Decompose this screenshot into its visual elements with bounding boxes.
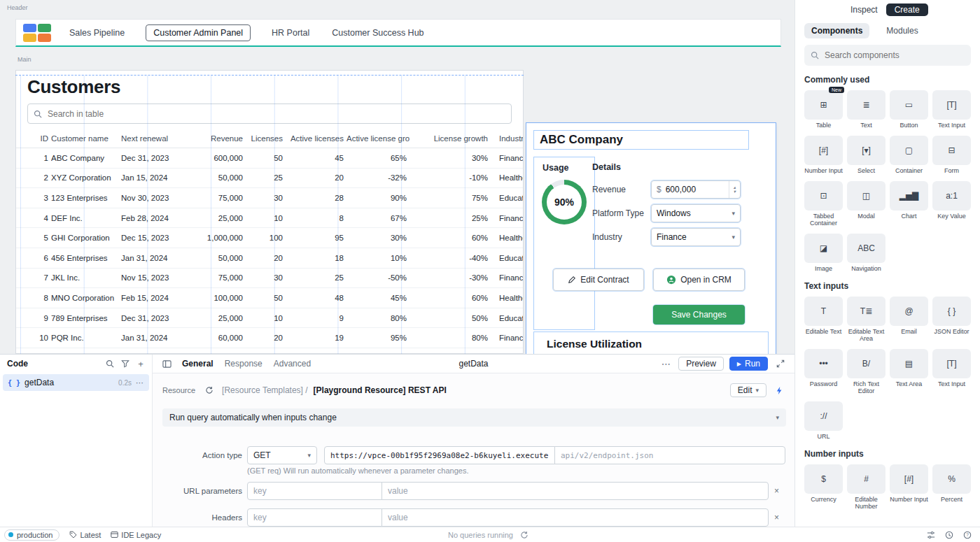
debug-tools-icon[interactable]	[927, 531, 935, 539]
column-header[interactable]: Licenses	[246, 134, 286, 143]
remove-header-icon[interactable]: ×	[774, 513, 779, 522]
column-header[interactable]: ID	[27, 134, 51, 143]
edit-contract-button[interactable]: Edit Contract	[553, 269, 644, 291]
table-search-input[interactable]	[46, 108, 505, 120]
component-card-number-input[interactable]: [#]Number Input	[804, 136, 843, 174]
refresh-queries-icon[interactable]	[520, 531, 528, 539]
table-row[interactable]: 1ABC CompanyDec 31, 2023600,000504565%30…	[16, 148, 523, 169]
column-header[interactable]: Next renewal	[121, 134, 191, 143]
table-row[interactable]: 2XYZ CorporationJan 15, 202450,0002520-3…	[16, 169, 523, 189]
column-header[interactable]: Industry	[491, 134, 523, 143]
table-row[interactable]: 4DEF Inc.Feb 28, 202425,00010867%25%Fina…	[16, 208, 523, 229]
ide-mode-toggle[interactable]: IDE Legacy	[111, 531, 161, 539]
revenue-input[interactable]: $ 600,000 ▴▾	[651, 180, 741, 199]
inspect-tab[interactable]: Inspect	[850, 5, 878, 15]
url-param-key-input[interactable]	[247, 482, 382, 500]
remove-param-icon[interactable]: ×	[774, 486, 779, 496]
table-row[interactable]: 6456 EnterprisesJan 31, 202450,000201810…	[16, 248, 523, 269]
component-card-text-input[interactable]: [T]Text Input	[932, 90, 971, 129]
run-mode-select[interactable]: Run query automatically when inputs chan…	[162, 408, 786, 427]
tab-response[interactable]: Response	[225, 359, 262, 369]
table-row[interactable]: 7JKL Inc.Nov 15, 202375,0003025-50%-30%F…	[16, 269, 523, 289]
collapse-panel-icon[interactable]	[160, 357, 174, 371]
column-header[interactable]: License growth	[410, 134, 491, 143]
save-changes-button[interactable]: Save Changes	[653, 305, 745, 325]
industry-select[interactable]: Finance ▾	[651, 228, 741, 246]
query-list-item-getdata[interactable]: { } getData 0.2s ⋯	[3, 374, 149, 391]
component-card-url[interactable]: ://URL	[804, 401, 843, 440]
column-header[interactable]: Customer name	[51, 134, 121, 143]
tab-modules[interactable]: Modules	[879, 23, 925, 38]
component-card-password[interactable]: •••Password	[804, 349, 843, 394]
component-card-editable-text[interactable]: TEditable Text	[804, 297, 843, 342]
more-options-icon[interactable]: ⋯	[659, 357, 673, 371]
component-card-button[interactable]: ▭Button	[890, 90, 928, 129]
filter-icon[interactable]	[118, 357, 132, 371]
action-type-select[interactable]: GET ▾	[247, 446, 317, 464]
edit-resource-button[interactable]: Edit▾	[730, 383, 766, 397]
refresh-icon[interactable]	[202, 383, 216, 397]
table-row[interactable]: 8MNO CorporationFeb 15, 2024100,00050484…	[16, 288, 523, 308]
nav-item-customer-admin-panel[interactable]: Customer Admin Panel	[146, 24, 251, 41]
lightning-icon[interactable]	[772, 383, 786, 397]
query-menu-icon[interactable]: ⋯	[136, 378, 144, 387]
tab-components[interactable]: Components	[804, 23, 869, 38]
component-card-container[interactable]: ▢Container	[890, 136, 928, 174]
run-button[interactable]: ▶Run	[729, 357, 768, 371]
search-icon[interactable]	[103, 357, 117, 371]
add-query-icon[interactable]: +	[134, 357, 148, 371]
component-card-key-value[interactable]: a:1Key Value	[932, 181, 971, 227]
url-param-value-input[interactable]	[382, 482, 769, 500]
component-card-chart[interactable]: ▂▅▇Chart	[890, 181, 928, 227]
component-card-tabbed-container[interactable]: ⊡Tabbed Container	[804, 181, 843, 227]
component-card-form[interactable]: ⊟Form	[932, 136, 971, 174]
table-row[interactable]: 10PQR Inc.Jan 31, 202460,000201995%80%Fi…	[16, 328, 523, 348]
url-base-input[interactable]	[324, 446, 555, 464]
component-card-email[interactable]: @Email	[890, 297, 928, 342]
component-card-text[interactable]: ≣Text	[847, 90, 886, 129]
history-icon[interactable]	[945, 531, 953, 539]
component-card-table[interactable]: ⊞NewTable	[804, 90, 843, 129]
stepper-icon[interactable]: ▴▾	[729, 181, 740, 198]
component-card-navigation[interactable]: ABCNavigation	[847, 234, 886, 272]
customers-table[interactable]: Customers IDCustomer nameNext renewalRev…	[15, 70, 524, 354]
table-row[interactable]: 11STU CorporationNov 30, 2023700,5003027…	[16, 348, 523, 354]
component-card-number-input[interactable]: [#]Number Input	[890, 464, 928, 510]
header-value-input[interactable]	[382, 508, 769, 527]
component-card-select[interactable]: [▾]Select	[847, 136, 886, 174]
create-tab[interactable]: Create	[886, 3, 928, 16]
url-path-input[interactable]	[554, 446, 785, 464]
tab-advanced[interactable]: Advanced	[274, 359, 311, 369]
column-header[interactable]: Revenue	[191, 134, 246, 143]
component-card-editable-number[interactable]: #Editable Number	[847, 464, 886, 510]
preview-button[interactable]: Preview	[678, 357, 724, 371]
table-search[interactable]	[27, 104, 512, 124]
open-in-crm-button[interactable]: Open in CRM	[653, 269, 745, 291]
platform-select[interactable]: Windows ▾	[651, 204, 741, 222]
component-card-rich-text-editor[interactable]: B/Rich Text Editor	[847, 349, 886, 394]
component-card-text-area[interactable]: ▤Text Area	[890, 349, 928, 394]
component-card-percent[interactable]: %Percent	[932, 464, 971, 510]
help-icon[interactable]: ?	[963, 531, 972, 539]
component-card-json-editor[interactable]: { }JSON Editor	[932, 297, 971, 342]
table-row[interactable]: 3123 EnterprisesNov 30, 202375,000302890…	[16, 188, 523, 208]
tab-general[interactable]: General	[182, 359, 214, 369]
nav-item-sales-pipeline[interactable]: Sales Pipeline	[68, 24, 126, 41]
component-card-modal[interactable]: ◫Modal	[847, 181, 886, 227]
component-search[interactable]	[804, 45, 971, 66]
component-card-editable-text-area[interactable]: T≣Editable Text Area	[847, 297, 886, 342]
table-row[interactable]: 9789 EnterprisesDec 31, 202325,00010980%…	[16, 308, 523, 329]
component-card-text-input[interactable]: [T]Text Input	[932, 349, 971, 394]
column-header[interactable]: Active licenses	[286, 134, 346, 143]
release-selector[interactable]: Latest	[69, 531, 101, 539]
nav-item-hr-portal[interactable]: HR Portal	[270, 24, 311, 41]
nav-item-customer-success-hub[interactable]: Customer Success Hub	[330, 24, 425, 41]
table-row[interactable]: 5GHI CorporationDec 15, 20231,000,000100…	[16, 228, 523, 248]
component-card-currency[interactable]: $Currency	[804, 464, 843, 510]
detail-panel[interactable]: ABC Company Usage 90% Details Revenue $ …	[526, 123, 776, 354]
environment-selector[interactable]: production	[4, 529, 59, 541]
column-header[interactable]: Active license growth	[346, 134, 410, 143]
header-key-input[interactable]	[247, 508, 382, 527]
expand-editor-icon[interactable]	[774, 357, 788, 371]
component-card-image[interactable]: ◪Image	[804, 234, 843, 272]
